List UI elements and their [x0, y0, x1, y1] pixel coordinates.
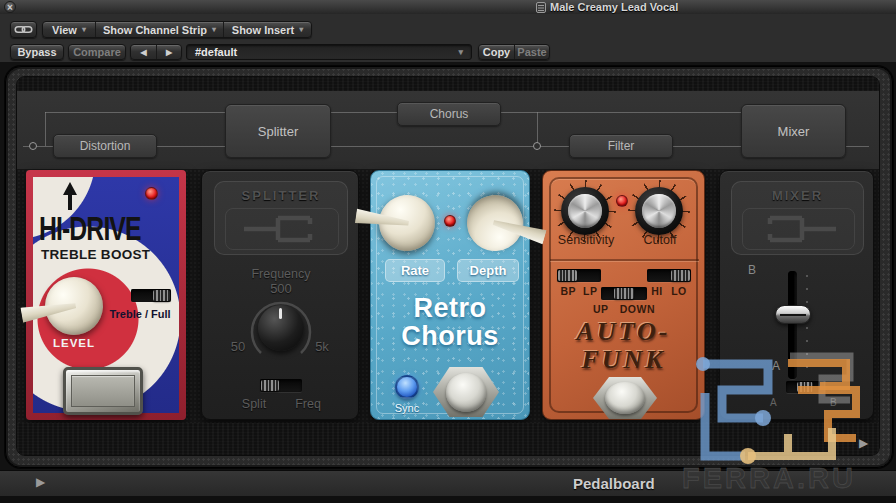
menu-show-insert[interactable]: Show Insert ▾	[223, 22, 311, 37]
signal-line	[45, 112, 225, 113]
signal-line	[45, 112, 46, 146]
signal-input-node	[29, 142, 37, 150]
funk-lo-label: LO	[671, 285, 687, 297]
signal-line	[331, 112, 741, 113]
mixer-mix-left-label: A	[770, 397, 777, 408]
splitter-switch-left-label: Split	[232, 397, 276, 411]
next-preset-button[interactable]: ▶	[156, 45, 181, 59]
splitter-plate: SPLITTER	[214, 181, 348, 255]
funk-sensitivity-knob[interactable]	[561, 187, 609, 235]
routing-mixer-box[interactable]: Mixer	[741, 104, 846, 158]
hi-drive-level-label: LEVEL	[47, 337, 101, 349]
routing-chorus-button[interactable]: Chorus	[397, 102, 501, 126]
paste-button[interactable]: Paste	[514, 45, 549, 59]
title-bar: × Male Creamy Lead Vocal	[0, 0, 896, 15]
velcro-strip-top	[17, 77, 880, 91]
copy-paste-group: Copy Paste	[478, 44, 550, 60]
menu-view-label: View	[52, 24, 77, 36]
mixer-mix-switch[interactable]	[786, 381, 824, 393]
scroll-right-arrow[interactable]: ▶	[859, 437, 868, 449]
preset-selector[interactable]: #default ▾	[186, 44, 472, 60]
hi-drive-face: HI-DRIVE TREBLE BOOST Treble / Full LEVE…	[33, 177, 179, 413]
funk-bp-lp-switch[interactable]	[557, 269, 601, 282]
chorus-depth-knob[interactable]	[460, 188, 529, 257]
signal-line	[846, 146, 869, 147]
splitter-value-min: 50	[224, 339, 252, 354]
copy-button[interactable]: Copy	[479, 45, 514, 59]
chorus-depth-label: Depth	[457, 259, 519, 282]
hi-drive-led	[145, 187, 158, 200]
pedal-auto-funk[interactable]: Sensitivity Cutoff BP LP HI LO UP D	[542, 170, 705, 420]
hi-drive-level-knob[interactable]	[40, 272, 107, 339]
window-bottom-bar: ▶ Pedalboard	[0, 470, 896, 497]
chevron-down-icon: ▾	[299, 25, 303, 34]
menu-bar: View ▾ Show Channel Strip ▾ Show Insert …	[42, 21, 312, 38]
chorus-rate-knob[interactable]	[375, 191, 438, 254]
plugin-name-label: Pedalboard	[573, 475, 655, 492]
plugin-toolbar: View ▾ Show Channel Strip ▾ Show Insert …	[0, 14, 896, 63]
mixer-mix-right-label: B	[830, 397, 837, 408]
mixer-plate: MIXER	[731, 181, 864, 255]
mixer-slider-top-label: B	[748, 263, 756, 277]
funk-down-label: DOWN	[620, 303, 655, 315]
funk-cutoff-knob[interactable]	[635, 187, 683, 235]
routing-filter-button[interactable]: Filter	[569, 134, 673, 158]
menu-show-channel-strip-label: Show Channel Strip	[103, 24, 207, 36]
funk-hi-lo-switch[interactable]	[647, 269, 691, 282]
funk-lp-label: LP	[583, 285, 597, 297]
bypass-button[interactable]: Bypass	[10, 44, 64, 60]
menu-view[interactable]: View ▾	[43, 22, 95, 37]
splitter-switch-right-label: Freq	[286, 397, 330, 411]
window-title-group: Male Creamy Lead Vocal	[536, 0, 678, 14]
up-arrow-icon	[59, 181, 81, 211]
window-title: Male Creamy Lead Vocal	[550, 1, 678, 13]
chorus-footswitch[interactable]	[433, 367, 499, 417]
hi-drive-footswitch[interactable]	[63, 367, 143, 415]
funk-up-down-switch[interactable]	[601, 287, 647, 300]
splitter-frequency-label: Frequency	[202, 267, 360, 281]
splitter-icon	[225, 208, 339, 250]
hi-drive-subtitle: TREBLE BOOST	[41, 247, 150, 262]
patch-icon	[536, 2, 546, 13]
mixer-slider-track[interactable]	[788, 271, 797, 379]
velcro-strip-bottom	[17, 423, 880, 456]
chain-link-icon	[14, 24, 33, 35]
link-button[interactable]	[10, 21, 37, 38]
funk-name-line2: FUNK	[543, 345, 704, 375]
funk-hi-label: HI	[651, 285, 663, 297]
chevron-down-icon: ▾	[82, 25, 86, 34]
splitter-frequency-knob[interactable]	[258, 305, 304, 351]
splitter-value-max: 5k	[308, 339, 336, 354]
menu-show-channel-strip[interactable]: Show Channel Strip ▾	[95, 22, 223, 37]
signal-split-node	[533, 142, 541, 150]
splitter-split-freq-switch[interactable]	[260, 379, 302, 392]
funk-divider	[550, 259, 699, 262]
splitter-value-top: 500	[202, 281, 360, 296]
chorus-rate-label: Rate	[385, 259, 445, 282]
routing-splitter-box[interactable]: Splitter	[225, 104, 331, 158]
preset-nav-group: ◀ ▶	[130, 44, 182, 60]
routing-distortion-button[interactable]: Distortion	[53, 134, 157, 158]
previous-preset-button[interactable]: ◀	[131, 45, 156, 59]
chorus-sync-button[interactable]	[395, 375, 419, 399]
mixer-slider-ticks	[806, 275, 808, 375]
mixer-slider-handle[interactable]	[775, 305, 811, 324]
mixer-title: MIXER	[732, 188, 863, 203]
hi-drive-treble-full-switch[interactable]	[131, 289, 171, 302]
disclosure-arrow[interactable]: ▶	[36, 476, 45, 488]
pedalboard-window: × Male Creamy Lead Vocal View ▾	[0, 0, 896, 503]
chevron-down-icon: ▾	[212, 25, 216, 34]
pedal-mixer[interactable]: MIXER B A A B	[719, 170, 874, 420]
pedal-retro-chorus[interactable]: Rate Depth Retro Chorus Sync	[370, 170, 530, 420]
compare-button[interactable]: Compare	[68, 44, 126, 60]
pedal-hi-drive[interactable]: HI-DRIVE TREBLE BOOST Treble / Full LEVE…	[26, 170, 186, 420]
splitter-title: SPLITTER	[215, 188, 347, 203]
pedal-splitter[interactable]: SPLITTER Frequency 500 50 5k Split	[201, 170, 359, 420]
funk-name-line1: AUTO-	[543, 317, 704, 347]
chorus-sync-label: Sync	[383, 402, 431, 414]
routing-strip: Distortion Splitter Chorus Filter Mixer	[17, 91, 880, 170]
chorus-name-line2: Chorus	[371, 321, 529, 352]
menu-show-insert-label: Show Insert	[232, 24, 294, 36]
close-icon[interactable]: ×	[4, 1, 16, 13]
preset-name: #default	[195, 46, 237, 58]
